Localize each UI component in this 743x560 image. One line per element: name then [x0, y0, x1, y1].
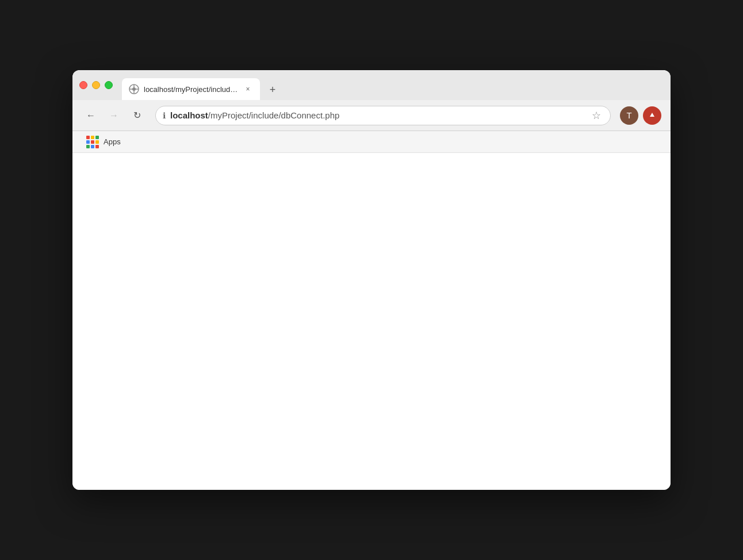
- title-bar: localhost/myProject/include/dbC × +: [72, 70, 671, 100]
- forward-button[interactable]: →: [105, 106, 123, 125]
- tab-area: localhost/myProject/include/dbC × +: [122, 70, 664, 100]
- new-tab-button[interactable]: +: [265, 82, 281, 98]
- info-icon: ℹ: [163, 111, 166, 120]
- address-bar[interactable]: ℹ localhost/myProject/include/dbConnect.…: [155, 106, 611, 125]
- tab-favicon-icon: [129, 84, 139, 94]
- apps-dot-4: [86, 140, 90, 144]
- url-path: /myProject/include/dbConnect.php: [208, 110, 339, 120]
- apps-dot-5: [91, 140, 94, 144]
- tab-close-button[interactable]: ×: [243, 84, 253, 94]
- profile-avatar[interactable]: T: [620, 106, 638, 125]
- minimize-button[interactable]: [92, 81, 100, 89]
- apps-dot-1: [86, 136, 90, 139]
- nav-bar: ← → ↻ ℹ localhost/myProject/include/dbCo…: [72, 100, 671, 131]
- apps-bookmark-item[interactable]: Apps: [82, 133, 125, 151]
- page-content: [72, 153, 671, 490]
- svg-point-1: [132, 87, 136, 91]
- apps-dot-2: [91, 136, 94, 139]
- apps-dot-9: [95, 145, 99, 148]
- update-icon: [648, 111, 657, 120]
- apps-grid-icon: [86, 136, 99, 148]
- back-button[interactable]: ←: [82, 106, 100, 125]
- apps-dot-3: [95, 136, 99, 139]
- url-host: localhost: [170, 110, 208, 120]
- traffic-lights: [79, 81, 113, 89]
- browser-window: localhost/myProject/include/dbC × + ← → …: [72, 70, 671, 490]
- active-tab[interactable]: localhost/myProject/include/dbC ×: [122, 78, 260, 100]
- maximize-button[interactable]: [105, 81, 113, 89]
- url-display: localhost/myProject/include/dbConnect.ph…: [170, 110, 585, 120]
- apps-dot-6: [95, 140, 99, 144]
- bookmarks-bar: Apps: [72, 131, 671, 153]
- apps-dot-7: [86, 145, 90, 148]
- apps-label: Apps: [104, 137, 121, 146]
- tab-title: localhost/myProject/include/dbC: [144, 85, 238, 94]
- bookmark-star-button[interactable]: ☆: [589, 109, 603, 122]
- apps-dot-8: [91, 145, 94, 148]
- close-button[interactable]: [79, 81, 87, 89]
- update-button[interactable]: [643, 106, 661, 125]
- reload-button[interactable]: ↻: [128, 106, 146, 125]
